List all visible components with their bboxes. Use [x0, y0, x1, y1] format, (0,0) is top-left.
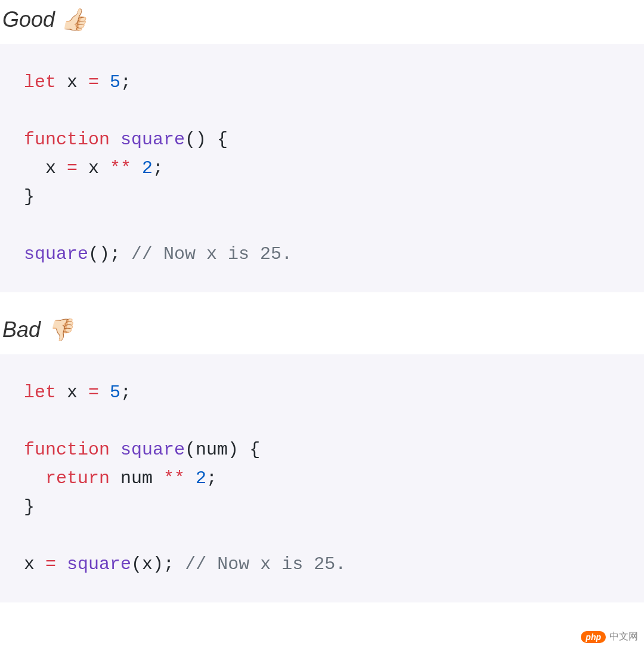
space	[185, 468, 196, 489]
space	[56, 554, 67, 574]
space	[99, 72, 110, 92]
brace-close: }	[24, 497, 35, 517]
space	[110, 440, 120, 460]
bad-label: Bad 👎🏻	[0, 310, 644, 354]
op-eq: =	[67, 158, 78, 178]
comment: // Now x is 25.	[185, 554, 346, 574]
op-pow: **	[163, 468, 185, 489]
bad-code-block: let x = 5; function square(num) { return…	[0, 354, 644, 602]
paren-close: )	[228, 440, 239, 460]
fn-name-square: square	[120, 440, 185, 460]
indent	[24, 158, 45, 178]
keyword-let: let	[24, 72, 56, 92]
paren-open: (	[131, 554, 142, 574]
space	[110, 129, 120, 150]
space	[174, 554, 185, 574]
paren-open: (	[185, 440, 196, 460]
semicolon: ;	[206, 468, 217, 489]
op-pow: **	[110, 158, 131, 178]
var-num: num	[110, 468, 163, 489]
fn-call-square: square	[67, 554, 131, 574]
keyword-return: return	[45, 468, 110, 489]
keyword-function: function	[24, 129, 110, 150]
fn-name-square: square	[120, 129, 185, 150]
number-5: 5	[110, 72, 120, 92]
arg-x: x	[142, 554, 153, 574]
op-eq: =	[88, 72, 99, 92]
param-num: num	[196, 440, 228, 460]
space	[120, 244, 131, 264]
var-x: x	[56, 72, 88, 92]
semicolon: ;	[153, 158, 163, 178]
brace-close: }	[24, 187, 35, 207]
comment: // Now x is 25.	[131, 244, 292, 264]
paren-close: );	[153, 554, 174, 574]
good-label: Good 👍🏻	[0, 0, 644, 44]
space	[99, 382, 110, 403]
keyword-let: let	[24, 382, 56, 403]
var-x-lhs: x	[24, 554, 45, 574]
indent	[24, 468, 45, 489]
space	[131, 158, 142, 178]
op-eq: =	[45, 554, 56, 574]
var-x: x	[56, 382, 88, 403]
semicolon: ;	[120, 382, 131, 403]
op-eq: =	[88, 382, 99, 403]
var-x-rhs: x	[78, 158, 110, 178]
keyword-function: function	[24, 440, 110, 460]
var-x: x	[45, 158, 67, 178]
number-5: 5	[110, 382, 120, 403]
good-code-block: let x = 5; function square() { x = x ** …	[0, 44, 644, 292]
call-parens: ();	[88, 244, 120, 264]
number-2: 2	[196, 468, 206, 489]
brace-open: {	[239, 440, 260, 460]
parens: ()	[185, 129, 206, 150]
semicolon: ;	[120, 72, 131, 92]
brace-open: {	[206, 129, 228, 150]
number-2: 2	[142, 158, 153, 178]
fn-call-square: square	[24, 244, 88, 264]
